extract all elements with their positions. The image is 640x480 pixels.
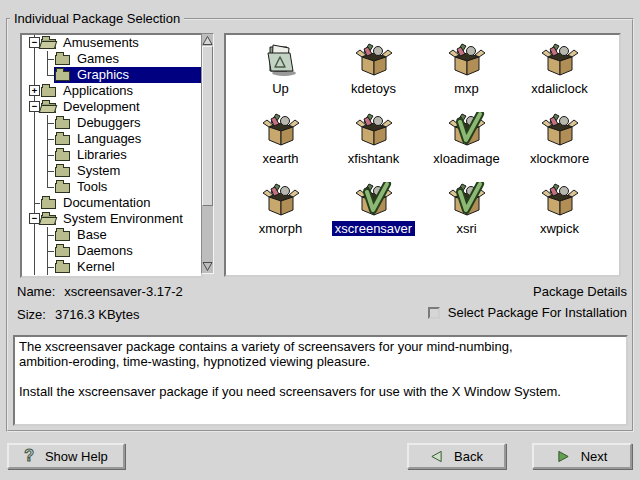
select-package-checkbox[interactable]: [428, 307, 440, 319]
package-item[interactable]: mxp: [420, 40, 513, 110]
tree-row[interactable]: Documentation: [22, 195, 201, 211]
package-box-icon: [356, 42, 392, 78]
package-item[interactable]: xlockmore: [513, 110, 606, 180]
tree-row-body[interactable]: Daemons: [54, 243, 201, 259]
package-icon[interactable]: [261, 110, 301, 150]
tree-row-body[interactable]: Languages: [54, 131, 201, 147]
package-icon[interactable]: [261, 180, 301, 220]
folder-icon: [55, 135, 70, 145]
tree-row[interactable]: Base: [22, 227, 201, 243]
tree-scrollbar[interactable]: [201, 33, 214, 274]
tree-row[interactable]: Amusements: [22, 35, 201, 51]
scrollbar-up-icon[interactable]: [202, 35, 213, 46]
tree-row-body[interactable]: Development: [40, 99, 201, 115]
tree-row[interactable]: Graphics: [22, 67, 201, 83]
tree-connector: [22, 259, 40, 275]
package-box-icon: [263, 182, 299, 218]
tree-row[interactable]: System: [22, 163, 201, 179]
package-label: xfishtank: [345, 151, 402, 166]
package-label: xloadimage: [430, 151, 503, 166]
package-selection-screen: Individual Package Selection Amusements …: [0, 0, 640, 480]
next-button[interactable]: Next: [532, 443, 632, 469]
tree-expander-icon[interactable]: [29, 37, 40, 48]
folder-icon: [55, 119, 70, 129]
tree-row-body[interactable]: System Environment: [40, 211, 201, 227]
package-icon[interactable]: [354, 180, 394, 220]
tree-row-body[interactable]: System: [54, 163, 201, 179]
tree-row[interactable]: Games: [22, 51, 201, 67]
tree-row-body[interactable]: Documentation: [40, 195, 201, 211]
tree-row[interactable]: Development: [22, 99, 201, 115]
tree-row-body[interactable]: Applications: [40, 83, 201, 99]
tree-row-body[interactable]: Graphics: [54, 67, 201, 83]
package-box-icon: [356, 112, 392, 148]
tree-row-body[interactable]: Kernel: [54, 259, 201, 275]
package-icon[interactable]: [261, 40, 301, 80]
scrollbar-down-icon[interactable]: [202, 261, 213, 272]
tree-connector: [22, 179, 40, 195]
scrollbar-thumb[interactable]: [202, 46, 213, 206]
tree-expander-icon[interactable]: [29, 213, 40, 224]
package-item[interactable]: xwpick: [513, 180, 606, 250]
tree-row[interactable]: Tools: [22, 179, 201, 195]
tree-row[interactable]: System Environment: [22, 211, 201, 227]
package-item[interactable]: xdaliclock: [513, 40, 606, 110]
help-question-icon: ?: [24, 448, 34, 464]
package-icon[interactable]: [447, 180, 487, 220]
tree-expander-icon[interactable]: [29, 85, 40, 96]
package-icon[interactable]: [540, 40, 580, 80]
tree-connector: [22, 131, 40, 147]
tree-row-body[interactable]: Libraries: [54, 147, 201, 163]
package-icon[interactable]: [354, 40, 394, 80]
tree-connector: [22, 83, 40, 99]
package-item[interactable]: xscreensaver: [327, 180, 420, 250]
show-help-button[interactable]: ? Show Help: [7, 443, 125, 469]
tree-item-label: Applications: [60, 83, 136, 99]
tree-row[interactable]: Daemons: [22, 243, 201, 259]
package-icon[interactable]: [447, 110, 487, 150]
tree-row-body[interactable]: Tools: [54, 179, 201, 195]
package-item[interactable]: xsri: [420, 180, 513, 250]
selected-check-icon: [449, 182, 485, 218]
package-item[interactable]: xfishtank: [327, 110, 420, 180]
back-button[interactable]: Back: [407, 443, 506, 469]
package-item[interactable]: xloadimage: [420, 110, 513, 180]
package-item[interactable]: xearth: [234, 110, 327, 180]
package-item[interactable]: kdetoys: [327, 40, 420, 110]
description-box: The xscreensaver package contains a vari…: [13, 335, 628, 426]
tree-row[interactable]: Applications: [22, 83, 201, 99]
package-label: xsri: [453, 221, 479, 236]
package-item[interactable]: Up: [234, 40, 327, 110]
show-help-label: Show Help: [45, 449, 108, 464]
tree-row-body[interactable]: Games: [54, 51, 201, 67]
package-icon[interactable]: [354, 110, 394, 150]
tree-row[interactable]: Kernel: [22, 259, 201, 275]
package-label: mxp: [451, 81, 482, 96]
category-tree[interactable]: Amusements Games Graphics: [20, 33, 203, 278]
tree-row[interactable]: Languages: [22, 131, 201, 147]
folder-icon: [55, 183, 70, 193]
tree-row-body[interactable]: Base: [54, 227, 201, 243]
size-label: Size:: [17, 307, 46, 322]
tree-expander-icon[interactable]: [29, 101, 40, 112]
tree-item-label: System Environment: [60, 211, 186, 227]
tree-row-body[interactable]: Amusements: [40, 35, 201, 51]
size-value: 3716.3 KBytes: [55, 307, 140, 322]
tree-row[interactable]: Libraries: [22, 147, 201, 163]
package-item[interactable]: xmorph: [234, 180, 327, 250]
size-row: Size:3716.3 KBytes: [17, 308, 139, 322]
selected-check-icon: [449, 112, 485, 148]
folder-icon: [41, 103, 56, 113]
package-icon[interactable]: [540, 180, 580, 220]
tree-row-body[interactable]: Debuggers: [54, 115, 201, 131]
tree-child-connector: [40, 115, 54, 131]
folder-icon: [55, 263, 70, 273]
package-icon[interactable]: [447, 40, 487, 80]
tree-row[interactable]: Debuggers: [22, 115, 201, 131]
package-icon[interactable]: [540, 110, 580, 150]
folder-icon: [55, 55, 70, 65]
frame-title: Individual Package Selection: [10, 11, 184, 26]
up-folder-icon: [263, 42, 299, 78]
select-package-label[interactable]: Select Package For Installation: [448, 306, 627, 320]
name-label: Name:: [17, 284, 55, 299]
